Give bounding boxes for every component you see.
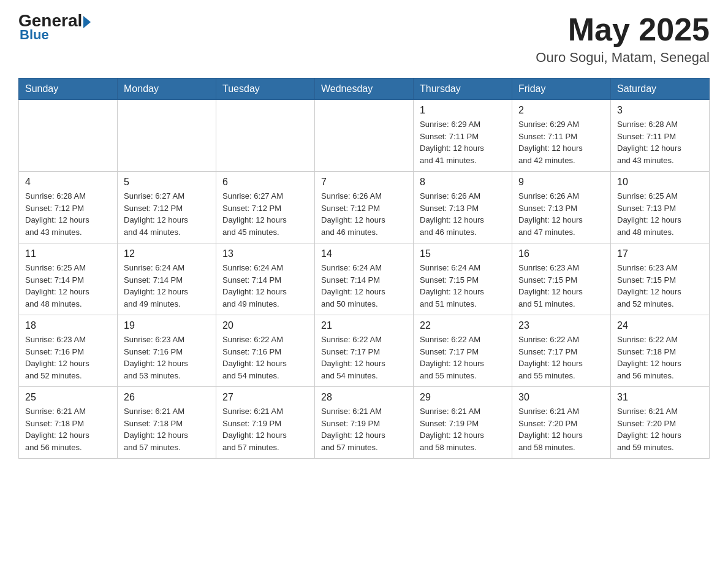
calendar-cell: 17Sunrise: 6:23 AMSunset: 7:15 PMDayligh… (611, 243, 710, 315)
day-info: Sunrise: 6:23 AMSunset: 7:15 PMDaylight:… (518, 262, 604, 310)
header-tuesday: Tuesday (216, 79, 315, 100)
day-info: Sunrise: 6:23 AMSunset: 7:16 PMDaylight:… (124, 334, 210, 381)
day-info: Sunrise: 6:29 AMSunset: 7:11 PMDaylight:… (420, 118, 506, 166)
day-number: 14 (321, 248, 407, 259)
calendar-cell: 6Sunrise: 6:27 AMSunset: 7:12 PMDaylight… (216, 172, 315, 243)
week-row-2: 4Sunrise: 6:28 AMSunset: 7:12 PMDaylight… (19, 172, 710, 243)
day-number: 7 (321, 177, 407, 188)
calendar-cell: 9Sunrise: 6:26 AMSunset: 7:13 PMDaylight… (512, 172, 611, 243)
day-number: 6 (222, 177, 308, 188)
calendar-cell: 7Sunrise: 6:26 AMSunset: 7:12 PMDaylight… (315, 172, 414, 243)
day-info: Sunrise: 6:25 AMSunset: 7:14 PMDaylight:… (25, 262, 111, 310)
day-number: 17 (617, 248, 703, 259)
header-sunday: Sunday (19, 79, 118, 100)
day-info: Sunrise: 6:22 AMSunset: 7:18 PMDaylight:… (617, 334, 703, 381)
day-info: Sunrise: 6:28 AMSunset: 7:11 PMDaylight:… (617, 118, 703, 166)
day-info: Sunrise: 6:23 AMSunset: 7:15 PMDaylight:… (617, 262, 703, 310)
calendar-cell: 25Sunrise: 6:21 AMSunset: 7:18 PMDayligh… (19, 387, 118, 459)
day-number: 18 (25, 320, 111, 331)
day-number: 3 (617, 105, 703, 116)
logo-arrow-icon (83, 16, 91, 28)
day-info: Sunrise: 6:26 AMSunset: 7:13 PMDaylight:… (420, 190, 506, 238)
day-info: Sunrise: 6:21 AMSunset: 7:20 PMDaylight:… (617, 405, 703, 453)
page-header: General Blue May 2025 Ouro Sogui, Matam,… (18, 12, 710, 66)
calendar-cell: 5Sunrise: 6:27 AMSunset: 7:12 PMDaylight… (118, 172, 216, 243)
location-subtitle: Ouro Sogui, Matam, Senegal (536, 50, 710, 66)
day-info: Sunrise: 6:22 AMSunset: 7:17 PMDaylight:… (420, 334, 506, 381)
calendar-cell (19, 100, 118, 172)
day-number: 23 (518, 320, 604, 331)
logo: General Blue (18, 12, 91, 43)
day-info: Sunrise: 6:24 AMSunset: 7:14 PMDaylight:… (321, 262, 407, 310)
day-number: 11 (25, 248, 111, 259)
header-saturday: Saturday (611, 79, 710, 100)
calendar-cell: 15Sunrise: 6:24 AMSunset: 7:15 PMDayligh… (414, 243, 512, 315)
day-info: Sunrise: 6:23 AMSunset: 7:16 PMDaylight:… (25, 334, 111, 381)
calendar-cell: 29Sunrise: 6:21 AMSunset: 7:19 PMDayligh… (414, 387, 512, 459)
day-info: Sunrise: 6:28 AMSunset: 7:12 PMDaylight:… (25, 190, 111, 238)
calendar-cell: 3Sunrise: 6:28 AMSunset: 7:11 PMDaylight… (611, 100, 710, 172)
calendar-cell: 19Sunrise: 6:23 AMSunset: 7:16 PMDayligh… (118, 315, 216, 387)
day-info: Sunrise: 6:26 AMSunset: 7:12 PMDaylight:… (321, 190, 407, 238)
day-number: 10 (617, 177, 703, 188)
calendar-cell: 26Sunrise: 6:21 AMSunset: 7:18 PMDayligh… (118, 387, 216, 459)
day-info: Sunrise: 6:21 AMSunset: 7:19 PMDaylight:… (222, 405, 308, 453)
calendar-cell: 14Sunrise: 6:24 AMSunset: 7:14 PMDayligh… (315, 243, 414, 315)
day-info: Sunrise: 6:21 AMSunset: 7:19 PMDaylight:… (321, 405, 407, 453)
calendar-cell: 31Sunrise: 6:21 AMSunset: 7:20 PMDayligh… (611, 387, 710, 459)
day-info: Sunrise: 6:21 AMSunset: 7:20 PMDaylight:… (518, 405, 604, 453)
calendar-cell: 21Sunrise: 6:22 AMSunset: 7:17 PMDayligh… (315, 315, 414, 387)
day-info: Sunrise: 6:22 AMSunset: 7:17 PMDaylight:… (321, 334, 407, 381)
day-number: 5 (124, 177, 210, 188)
day-number: 20 (222, 320, 308, 331)
calendar-table: SundayMondayTuesdayWednesdayThursdayFrid… (18, 78, 710, 459)
day-number: 21 (321, 320, 407, 331)
calendar-cell: 1Sunrise: 6:29 AMSunset: 7:11 PMDaylight… (414, 100, 512, 172)
day-info: Sunrise: 6:27 AMSunset: 7:12 PMDaylight:… (124, 190, 210, 238)
day-info: Sunrise: 6:24 AMSunset: 7:14 PMDaylight:… (222, 262, 308, 310)
day-info: Sunrise: 6:26 AMSunset: 7:13 PMDaylight:… (518, 190, 604, 238)
calendar-cell: 22Sunrise: 6:22 AMSunset: 7:17 PMDayligh… (414, 315, 512, 387)
header-wednesday: Wednesday (315, 79, 414, 100)
day-number: 26 (124, 392, 210, 403)
week-row-5: 25Sunrise: 6:21 AMSunset: 7:18 PMDayligh… (19, 387, 710, 459)
calendar-cell (216, 100, 315, 172)
header-monday: Monday (118, 79, 216, 100)
calendar-cell: 30Sunrise: 6:21 AMSunset: 7:20 PMDayligh… (512, 387, 611, 459)
day-number: 29 (420, 392, 506, 403)
day-number: 31 (617, 392, 703, 403)
logo-blue-text: Blue (20, 27, 49, 43)
calendar-cell: 16Sunrise: 6:23 AMSunset: 7:15 PMDayligh… (512, 243, 611, 315)
day-number: 30 (518, 392, 604, 403)
day-info: Sunrise: 6:22 AMSunset: 7:16 PMDaylight:… (222, 334, 308, 381)
day-number: 16 (518, 248, 604, 259)
calendar-cell: 11Sunrise: 6:25 AMSunset: 7:14 PMDayligh… (19, 243, 118, 315)
day-number: 24 (617, 320, 703, 331)
month-year-title: May 2025 (536, 12, 710, 47)
day-info: Sunrise: 6:29 AMSunset: 7:11 PMDaylight:… (518, 118, 604, 166)
day-number: 8 (420, 177, 506, 188)
calendar-cell: 18Sunrise: 6:23 AMSunset: 7:16 PMDayligh… (19, 315, 118, 387)
day-number: 1 (420, 105, 506, 116)
day-info: Sunrise: 6:21 AMSunset: 7:18 PMDaylight:… (25, 405, 111, 453)
week-row-1: 1Sunrise: 6:29 AMSunset: 7:11 PMDaylight… (19, 100, 710, 172)
day-number: 12 (124, 248, 210, 259)
day-info: Sunrise: 6:27 AMSunset: 7:12 PMDaylight:… (222, 190, 308, 238)
day-number: 27 (222, 392, 308, 403)
day-info: Sunrise: 6:22 AMSunset: 7:17 PMDaylight:… (518, 334, 604, 381)
day-info: Sunrise: 6:24 AMSunset: 7:14 PMDaylight:… (124, 262, 210, 310)
calendar-cell: 13Sunrise: 6:24 AMSunset: 7:14 PMDayligh… (216, 243, 315, 315)
week-row-3: 11Sunrise: 6:25 AMSunset: 7:14 PMDayligh… (19, 243, 710, 315)
day-info: Sunrise: 6:25 AMSunset: 7:13 PMDaylight:… (617, 190, 703, 238)
days-header-row: SundayMondayTuesdayWednesdayThursdayFrid… (19, 79, 710, 100)
calendar-cell: 27Sunrise: 6:21 AMSunset: 7:19 PMDayligh… (216, 387, 315, 459)
day-number: 13 (222, 248, 308, 259)
calendar-cell: 2Sunrise: 6:29 AMSunset: 7:11 PMDaylight… (512, 100, 611, 172)
calendar-cell: 28Sunrise: 6:21 AMSunset: 7:19 PMDayligh… (315, 387, 414, 459)
header-friday: Friday (512, 79, 611, 100)
day-info: Sunrise: 6:21 AMSunset: 7:19 PMDaylight:… (420, 405, 506, 453)
calendar-cell (315, 100, 414, 172)
calendar-cell: 4Sunrise: 6:28 AMSunset: 7:12 PMDaylight… (19, 172, 118, 243)
day-number: 28 (321, 392, 407, 403)
calendar-cell: 24Sunrise: 6:22 AMSunset: 7:18 PMDayligh… (611, 315, 710, 387)
